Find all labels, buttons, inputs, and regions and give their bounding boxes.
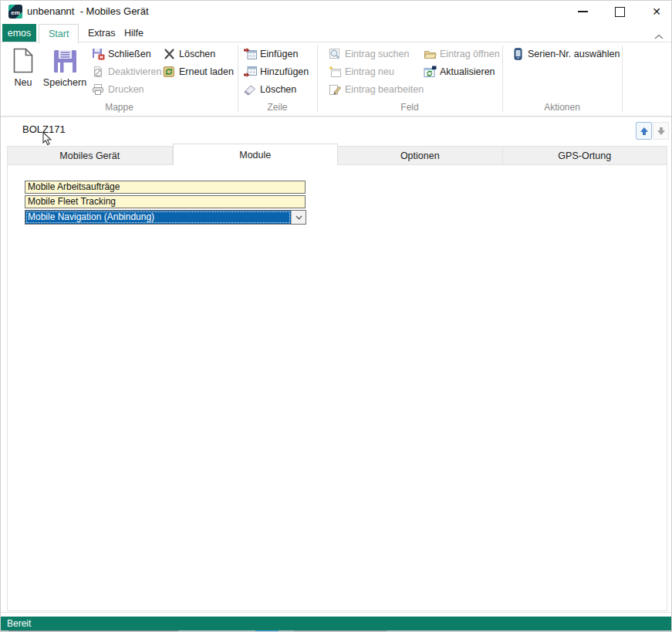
close-workbook-icon [92,48,105,60]
reload-icon [163,66,176,78]
neu-label: Neu [15,77,32,88]
eintrag-bearbeiten-label: Eintrag bearbeiten [345,84,424,95]
svg-text:em: em [11,9,20,16]
deaktivieren-button: Deaktivieren [92,64,161,79]
eraser-icon [244,83,257,96]
eintrag-oeffnen-button: Eintrag öffnen [424,46,500,62]
titlebar: em unbenannt - Mobiles Gerät ✕ [1,1,671,22]
printer-icon [92,83,105,96]
eintrag-neu-button: Eintrag neu [329,64,394,79]
new-entry-icon [329,66,342,78]
drucken-label: Drucken [108,84,144,95]
chevron-down-icon [295,215,302,220]
eintrag-suchen-label: Eintrag suchen [345,49,409,59]
speichern-button[interactable]: Speichern [41,44,89,103]
maximize-button[interactable] [611,3,628,20]
eintrag-neu-label: Eintrag neu [345,66,394,77]
ribbon: Neu Speichern [1,42,671,117]
tab-mobiles-geraet[interactable]: Mobiles Gerät [7,146,173,165]
app-window: em unbenannt - Mobiles Gerät ✕ emos Star… [0,0,672,632]
erneut-laden-button[interactable]: Erneut laden [163,64,234,79]
add-row-icon [244,66,257,78]
taskbar-sliver [1,630,671,631]
move-down-button[interactable] [653,122,669,140]
drucken-button: Drucken [92,82,144,97]
combobox-dropdown-button[interactable] [291,211,306,224]
group-separator [622,46,623,112]
serien-nr-button[interactable]: Serien-Nr. auswählen [512,46,620,62]
schliessen-label: Schließen [108,49,151,59]
tab-gps-ortung[interactable]: GPS-Ortung [503,146,668,165]
minimize-icon [578,11,588,12]
edit-entry-icon [329,83,342,96]
speichern-label: Speichern [43,77,86,88]
loeschen-zeile-label: Löschen [260,84,296,95]
collapse-ribbon-icon[interactable] [654,29,664,43]
aktualisieren-button[interactable]: Aktualisieren [424,64,495,79]
module-combobox-navigation[interactable]: Mobile Navigation (Anbindung) [25,210,306,225]
statusbar: Bereit [1,617,671,630]
eintrag-bearbeiten-button: Eintrag bearbeiten [329,82,424,97]
einfuegen-button[interactable]: Einfügen [244,46,298,62]
aktualisieren-label: Aktualisieren [440,66,495,77]
open-folder-icon [424,48,437,60]
group-label-feld: Feld [317,102,502,113]
neu-button[interactable]: Neu [7,44,39,103]
deactivate-icon [92,66,105,78]
maximize-icon [615,7,625,17]
schliessen-button[interactable]: Schließen [92,46,151,62]
detail-tabstrip: Mobiles Gerät Module Optionen GPS-Ortung [7,144,667,165]
module-panel: Mobile Arbeitsaufträge Mobile Fleet Trac… [7,165,667,611]
einfuegen-label: Einfügen [260,49,298,59]
move-up-button[interactable] [636,122,652,140]
app-menu-button[interactable]: emos [2,24,36,42]
group-label-aktionen: Aktionen [502,102,622,113]
eintrag-oeffnen-label: Eintrag öffnen [440,49,500,59]
group-label-mappe: Mappe [1,102,238,113]
tab-optionen[interactable]: Optionen [338,146,503,165]
arrow-down-icon [657,127,666,136]
hinzufuegen-label: Hinzufügen [260,66,309,77]
window-title: unbenannt - Mobiles Gerät [27,5,149,17]
statusbar-divider [1,612,671,613]
new-document-icon [13,44,33,73]
deaktivieren-label: Deaktivieren [108,66,161,77]
module-field-fleet-tracking[interactable]: Mobile Fleet Tracking [25,195,306,208]
combobox-selected-value: Mobile Navigation (Anbindung) [25,211,291,224]
menu-tab-start[interactable]: Start [39,24,79,44]
arrow-up-icon [640,127,649,136]
loeschen-mappe-button[interactable]: Löschen [163,46,215,62]
save-icon [53,44,77,73]
insert-row-icon [244,48,257,60]
menu-tab-hilfe[interactable]: Hilfe [115,24,153,42]
hinzufuegen-button[interactable]: Hinzufügen [244,64,309,79]
loeschen-zeile-button[interactable]: Löschen [244,82,296,97]
minimize-button[interactable] [574,3,591,20]
group-label-zeile: Zeile [238,102,317,113]
mouse-cursor [42,132,52,150]
close-button[interactable]: ✕ [648,3,665,20]
refresh-window-icon [424,66,437,78]
eintrag-suchen-button: Eintrag suchen [329,46,409,62]
erneut-laden-label: Erneut laden [179,66,234,77]
module-field-arbeitsauftraege[interactable]: Mobile Arbeitsaufträge [25,181,306,194]
menubar: emos Start Extras Hilfe [1,22,671,42]
serien-nr-label: Serien-Nr. auswählen [528,49,620,59]
delete-x-icon [163,48,176,60]
mobile-device-icon [512,48,525,60]
loeschen-mappe-label: Löschen [179,49,215,59]
tab-module[interactable]: Module [173,144,339,165]
app-logo-icon: em [8,5,22,19]
record-header: BOLZ171 [1,117,671,144]
search-icon [329,48,342,60]
